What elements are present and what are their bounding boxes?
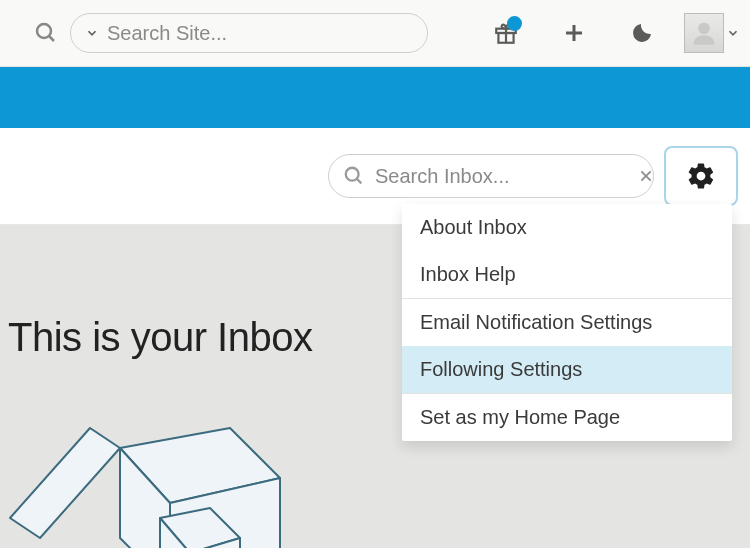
svg-marker-15 bbox=[10, 428, 120, 538]
svg-point-8 bbox=[346, 168, 359, 181]
chevron-down-icon[interactable] bbox=[85, 26, 99, 40]
svg-point-0 bbox=[37, 24, 51, 38]
chevron-down-icon bbox=[726, 26, 740, 40]
notification-badge bbox=[507, 16, 522, 31]
site-search-input[interactable] bbox=[107, 22, 413, 45]
menu-item-email-settings[interactable]: Email Notification Settings bbox=[402, 299, 732, 346]
inbox-search-field[interactable] bbox=[328, 154, 654, 198]
search-icon[interactable] bbox=[30, 21, 62, 45]
avatar bbox=[684, 13, 724, 53]
search-icon bbox=[343, 165, 365, 187]
settings-dropdown: About Inbox Inbox Help Email Notificatio… bbox=[402, 204, 732, 441]
svg-line-1 bbox=[49, 36, 54, 41]
plus-icon[interactable] bbox=[552, 11, 596, 55]
inbox-search-input[interactable] bbox=[375, 165, 628, 188]
gear-icon bbox=[686, 161, 716, 191]
inbox-illustration bbox=[0, 388, 320, 548]
gift-icon[interactable] bbox=[484, 11, 528, 55]
clear-icon[interactable] bbox=[638, 168, 654, 184]
menu-item-help[interactable]: Inbox Help bbox=[402, 251, 732, 298]
menu-item-set-home[interactable]: Set as my Home Page bbox=[402, 394, 732, 441]
topbar bbox=[0, 0, 750, 67]
menu-item-about[interactable]: About Inbox bbox=[402, 204, 732, 251]
user-menu[interactable] bbox=[672, 13, 740, 53]
svg-line-9 bbox=[357, 179, 362, 184]
site-search-field[interactable] bbox=[70, 13, 428, 53]
settings-button[interactable] bbox=[664, 146, 738, 206]
moon-icon[interactable] bbox=[620, 11, 664, 55]
brand-bar bbox=[0, 67, 750, 128]
menu-item-following-settings[interactable]: Following Settings bbox=[402, 346, 732, 393]
svg-point-7 bbox=[698, 23, 710, 35]
